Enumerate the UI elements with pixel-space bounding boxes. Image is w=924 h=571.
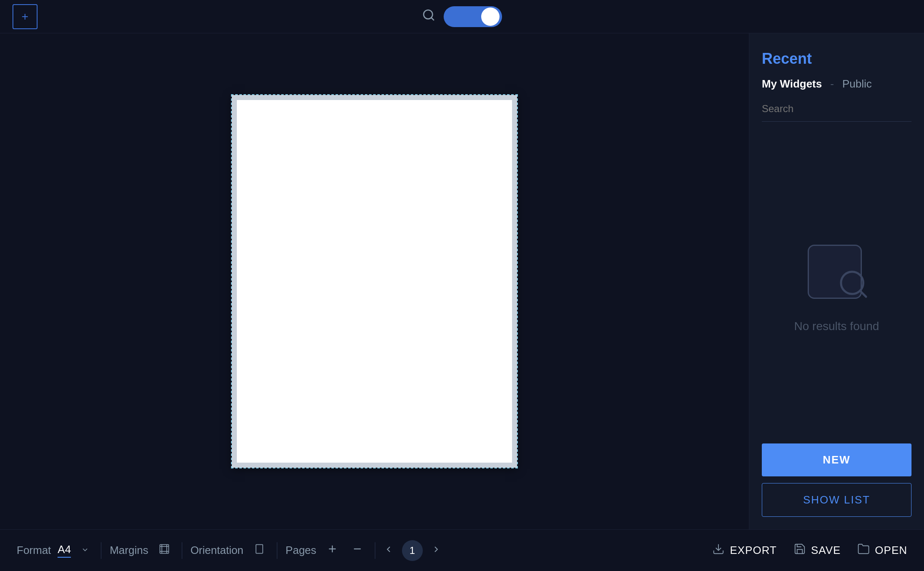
svg-line-1	[431, 18, 434, 20]
search-icon-button[interactable]	[422, 8, 435, 25]
open-icon	[857, 543, 870, 558]
export-button[interactable]: EXPORT	[712, 543, 776, 558]
page-nav: 1	[384, 540, 441, 561]
top-bar: +	[0, 0, 924, 33]
top-bar-center	[422, 6, 502, 27]
pages-label: Pages	[286, 544, 316, 557]
save-label: SAVE	[811, 544, 841, 557]
svg-line-3	[860, 291, 866, 297]
add-button[interactable]: +	[13, 4, 38, 29]
sidebar-title: Recent	[762, 50, 911, 68]
new-button[interactable]: NEW	[762, 443, 911, 476]
export-icon	[712, 543, 725, 558]
sidebar-buttons: NEW SHOW LIST	[762, 443, 911, 517]
tab-separator: -	[830, 78, 834, 90]
page-number: 1	[402, 540, 423, 561]
margins-label: Margins	[110, 544, 148, 557]
orientation-icon-button[interactable]	[250, 541, 269, 559]
canvas-area	[0, 33, 749, 529]
tab-public[interactable]: Public	[842, 78, 872, 90]
toggle-track[interactable]	[444, 6, 502, 27]
no-results-text: No results found	[794, 320, 879, 333]
pages-group: Pages	[286, 541, 367, 559]
open-button[interactable]: OPEN	[857, 543, 907, 558]
format-label: Format	[17, 544, 51, 557]
page-shadow	[232, 95, 517, 468]
svg-rect-9	[256, 545, 263, 553]
orientation-group: Orientation	[191, 541, 269, 559]
divider-4	[375, 542, 375, 559]
bottom-toolbar: Format A4 Margins Orientation	[0, 529, 924, 571]
format-value: A4	[58, 543, 71, 558]
toolbar-right: EXPORT SAVE OPEN	[712, 543, 907, 558]
page-content	[237, 100, 512, 463]
save-icon	[793, 543, 806, 558]
export-label: EXPORT	[730, 544, 776, 557]
divider-1	[101, 542, 101, 559]
format-dropdown-button[interactable]	[78, 542, 93, 558]
divider-3	[277, 542, 277, 559]
pages-add-button[interactable]	[323, 541, 341, 559]
margins-icon-button[interactable]	[155, 541, 173, 559]
search-input-container	[762, 103, 911, 122]
canvas-wrapper	[0, 33, 749, 529]
open-label: OPEN	[875, 544, 907, 557]
toggle-thumb	[481, 8, 500, 26]
prev-page-button[interactable]	[384, 544, 394, 557]
toggle-container[interactable]	[444, 6, 502, 27]
tab-my-widgets[interactable]: My Widgets	[762, 78, 822, 90]
search-large-icon	[837, 268, 870, 307]
no-results-icon	[803, 240, 870, 307]
no-results-area: No results found	[762, 138, 911, 435]
search-input[interactable]	[762, 103, 911, 115]
next-page-button[interactable]	[431, 544, 441, 557]
show-list-button[interactable]: SHOW LIST	[762, 483, 911, 517]
right-sidebar: Recent My Widgets - Public No results fo…	[749, 33, 924, 529]
orientation-label: Orientation	[191, 544, 244, 557]
save-button[interactable]: SAVE	[793, 543, 841, 558]
format-group: Format A4	[17, 542, 93, 558]
pages-remove-button[interactable]	[348, 541, 367, 559]
divider-2	[182, 542, 182, 559]
margins-group: Margins	[110, 541, 173, 559]
sidebar-tabs: My Widgets - Public	[762, 78, 911, 90]
svg-rect-4	[160, 545, 168, 553]
app-container: Recent My Widgets - Public No results fo…	[0, 33, 924, 529]
